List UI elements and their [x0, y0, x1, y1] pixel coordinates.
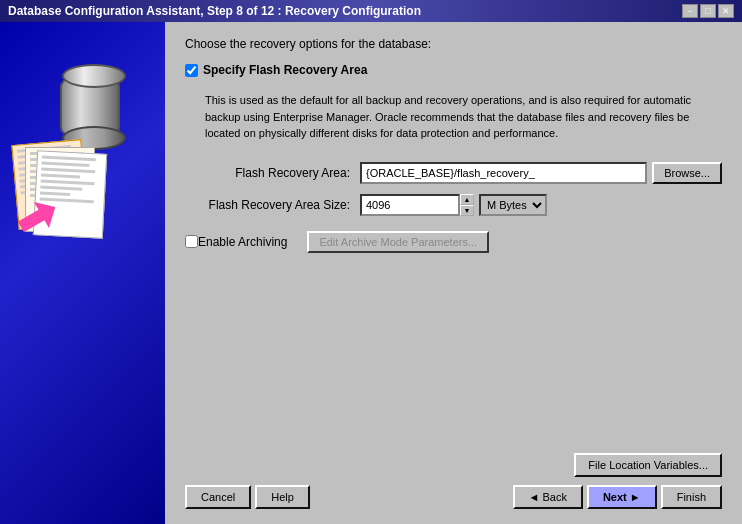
navigation-buttons: ◄ Back Next ► Finish [513, 485, 722, 509]
size-input-group: ▲ ▼ M Bytes G Bytes [360, 194, 547, 216]
flash-recovery-area-input[interactable] [360, 162, 647, 184]
right-panel: Choose the recovery options for the data… [165, 22, 742, 524]
cancel-button[interactable]: Cancel [185, 485, 251, 509]
next-arrow-icon: ► [630, 491, 641, 503]
maximize-button[interactable]: □ [700, 4, 716, 18]
enable-archiving-label[interactable]: Enable Archiving [198, 235, 287, 249]
title-bar: Database Configuration Assistant, Step 8… [0, 0, 742, 22]
bottom-nav: Cancel Help ◄ Back Next ► Finish [185, 485, 722, 509]
database-icon [60, 72, 120, 142]
file-loc-row: File Location Variables... [185, 453, 722, 477]
left-panel-art [0, 22, 165, 524]
minimize-button[interactable]: − [682, 4, 698, 18]
size-unit-select[interactable]: M Bytes G Bytes [479, 194, 547, 216]
title-text: Database Configuration Assistant, Step 8… [8, 4, 421, 18]
back-label: Back [542, 491, 566, 503]
specify-flash-label[interactable]: Specify Flash Recovery Area [203, 63, 367, 77]
finish-button[interactable]: Finish [661, 485, 722, 509]
bottom-left-buttons: Cancel Help [185, 485, 310, 509]
flash-recovery-size-row: Flash Recovery Area Size: ▲ ▼ M Bytes G … [185, 194, 722, 216]
flash-recovery-size-input[interactable] [360, 194, 460, 216]
file-location-variables-button[interactable]: File Location Variables... [574, 453, 722, 477]
next-label: Next [603, 491, 627, 503]
back-arrow-icon: ◄ [529, 491, 540, 503]
browse-button[interactable]: Browse... [652, 162, 722, 184]
enable-archiving-row: Enable Archiving Edit Archive Mode Param… [185, 231, 722, 253]
next-button[interactable]: Next ► [587, 485, 657, 509]
help-button[interactable]: Help [255, 485, 310, 509]
flash-recovery-size-label: Flash Recovery Area Size: [185, 198, 360, 212]
window-controls[interactable]: − □ ✕ [682, 4, 734, 18]
enable-archiving-checkbox[interactable] [185, 235, 198, 248]
size-down-button[interactable]: ▼ [460, 205, 474, 216]
specify-flash-row[interactable]: Specify Flash Recovery Area [185, 63, 722, 77]
flash-recovery-area-row: Flash Recovery Area: Browse... [185, 162, 722, 184]
edit-archive-params-button[interactable]: Edit Archive Mode Parameters... [307, 231, 489, 253]
back-button[interactable]: ◄ Back [513, 485, 583, 509]
flash-recovery-area-label: Flash Recovery Area: [185, 166, 360, 180]
description-text: This is used as the default for all back… [185, 87, 722, 147]
size-up-button[interactable]: ▲ [460, 194, 474, 205]
close-button[interactable]: ✕ [718, 4, 734, 18]
size-spinner[interactable]: ▲ ▼ [460, 194, 474, 216]
specify-flash-checkbox[interactable] [185, 64, 198, 77]
intro-text: Choose the recovery options for the data… [185, 37, 722, 51]
